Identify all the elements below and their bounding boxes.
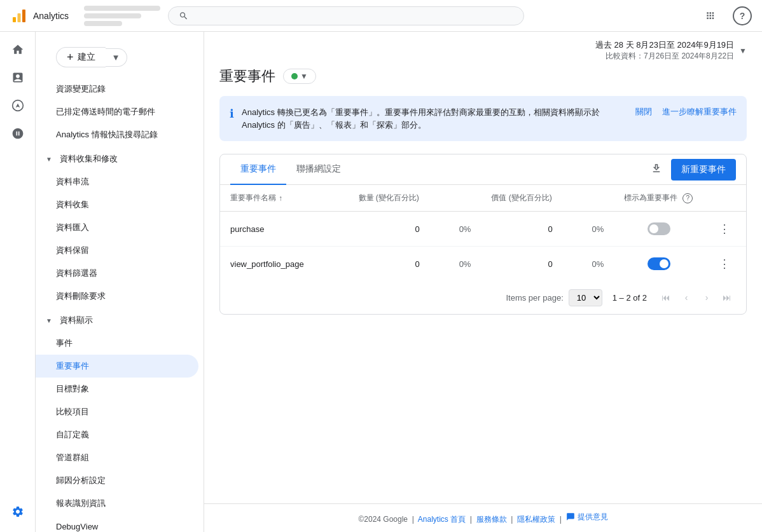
search-bar[interactable] xyxy=(168,6,524,25)
sidebar-item-label: 已排定傳送時間的電子郵件 xyxy=(56,106,155,118)
th-count-label: 數量 (變化百分比) xyxy=(359,193,419,202)
sidebar-item-comparisons[interactable]: 比較項目 xyxy=(36,400,204,423)
per-page-select[interactable]: 10 25 50 xyxy=(569,289,602,306)
nav-home-button[interactable] xyxy=(5,37,31,62)
next-page-button[interactable]: › xyxy=(698,289,716,306)
sidebar-item-label: 管道群組 xyxy=(56,452,89,463)
key-events-table: 重要事件名稱 ↑ 數量 (變化百分比) 價值 (變化百分比) xyxy=(220,185,746,281)
sidebar-item-key-events[interactable]: 重要事件 xyxy=(36,355,198,378)
grid-icon xyxy=(705,10,717,22)
help-button[interactable]: ? xyxy=(733,6,752,25)
sidebar-item-scheduled-email[interactable]: 已排定傳送時間的電子郵件 xyxy=(36,100,204,123)
sidebar-section-data-collection: ▼ 資料收集和修改 資料串流 資料收集 資料匯入 資料保留 資料篩選器 資料刪除… xyxy=(36,147,204,308)
th-is-key-help: 標示為重要事件 ? xyxy=(624,193,693,203)
date-range-selector[interactable]: 過去 28 天 8月23日至 2024年9月19日 比較資料：7月26日至 20… xyxy=(595,39,734,62)
sidebar-item-data-deletion[interactable]: 資料刪除要求 xyxy=(36,285,204,308)
info-learn-more-link[interactable]: 進一步瞭解重要事件 xyxy=(662,106,737,118)
sidebar-item-audiences[interactable]: 目標對象 xyxy=(36,378,204,400)
sidebar-item-attribution[interactable]: 歸因分析設定 xyxy=(36,469,204,492)
download-button[interactable] xyxy=(647,159,666,181)
cell-count-pct: 0% xyxy=(430,247,481,282)
sort-event-name[interactable]: 重要事件名稱 ↑ xyxy=(230,193,338,203)
footer-link-privacy[interactable]: 隱私權政策 xyxy=(517,514,555,523)
sidebar-item-data-collection[interactable]: 資料收集 xyxy=(36,193,204,216)
sidebar-item-data-streams[interactable]: 資料串流 xyxy=(36,170,204,193)
sidebar-item-label: 資料串流 xyxy=(56,176,89,188)
feedback-icon xyxy=(566,512,575,521)
th-event-name-label: 重要事件名稱 xyxy=(230,193,276,203)
sidebar-item-data-retention[interactable]: 資料保留 xyxy=(36,239,204,262)
row-more-button[interactable]: ⋮ xyxy=(714,219,735,238)
account-selector[interactable] xyxy=(84,6,160,26)
topbar: Analytics ? xyxy=(0,0,762,32)
footer-link-feedback[interactable]: 提供意見 xyxy=(578,512,608,522)
new-key-event-button[interactable]: 新重要事件 xyxy=(671,159,736,181)
footer-link-analytics-home[interactable]: Analytics 首頁 xyxy=(418,514,466,523)
nav-advertising-button[interactable] xyxy=(5,121,31,146)
table-body: purchase 0 0% 0 0% ⋮ view_portfolio_page… xyxy=(220,212,746,282)
layout: + 建立 ▼ 資源變更記錄 已排定傳送時間的電子郵件 Analytics 情報快… xyxy=(0,32,762,532)
cell-toggle xyxy=(614,247,703,282)
nav-settings-button[interactable] xyxy=(5,499,31,524)
date-chevron-icon[interactable]: ▼ xyxy=(739,46,747,55)
sidebar-item-custom-definitions[interactable]: 自訂定義 xyxy=(36,423,204,446)
cell-count: 0 xyxy=(349,247,430,282)
sidebar-section-misc: 資源變更記錄 已排定傳送時間的電子郵件 Analytics 情報快訊搜尋記錄 xyxy=(36,78,204,146)
sidebar-item-reporting-identity[interactable]: 報表識別資訊 xyxy=(36,492,204,515)
search-input[interactable] xyxy=(193,11,513,21)
status-dot-icon xyxy=(291,73,298,79)
first-page-button[interactable]: ⏮ xyxy=(657,289,675,306)
nav-icons xyxy=(0,32,36,532)
sidebar-item-debugview[interactable]: DebugView xyxy=(36,515,204,532)
explore-icon xyxy=(11,99,24,112)
sidebar-item-label: 報表識別資訊 xyxy=(56,498,106,509)
sidebar-item-data-filters[interactable]: 資料篩選器 xyxy=(36,262,204,285)
tab-label: 聯播網設定 xyxy=(296,163,341,174)
key-event-toggle[interactable] xyxy=(648,222,670,235)
sidebar-item-events[interactable]: 事件 xyxy=(36,332,204,355)
pagination: Items per page: 10 25 50 1 – 2 of 2 ⏮ ‹ … xyxy=(220,281,746,314)
sidebar-section-data-collection-header[interactable]: ▼ 資料收集和修改 xyxy=(36,147,204,170)
tab-key-events[interactable]: 重要事件 xyxy=(230,154,286,185)
grid-menu-button[interactable] xyxy=(700,4,723,27)
sidebar-item-data-import[interactable]: 資料匯入 xyxy=(36,216,204,239)
sidebar-item-change-history[interactable]: 資源變更記錄 xyxy=(36,78,204,100)
chevron-down-icon: ▼ xyxy=(46,156,52,163)
sidebar-item-label: 資料收集 xyxy=(56,199,89,210)
row-more-button[interactable]: ⋮ xyxy=(714,254,735,273)
help-circle-icon[interactable]: ? xyxy=(682,193,693,203)
nav-explore-button[interactable] xyxy=(5,93,31,118)
sidebar-item-analytics-search[interactable]: Analytics 情報快訊搜尋記錄 xyxy=(36,123,204,146)
sidebar-item-label: 資料篩選器 xyxy=(56,268,97,279)
sidebar: + 建立 ▼ 資源變更記錄 已排定傳送時間的電子郵件 Analytics 情報快… xyxy=(36,32,204,532)
sidebar-item-label: Analytics 情報快訊搜尋記錄 xyxy=(56,129,158,140)
create-label: 建立 xyxy=(78,51,95,63)
footer-link-terms[interactable]: 服務條款 xyxy=(476,514,507,523)
create-main-button[interactable]: + 建立 xyxy=(56,47,106,67)
sidebar-item-label: 資料刪除要求 xyxy=(56,290,106,302)
info-close-button[interactable]: 關閉 xyxy=(635,106,652,118)
table-row: view_portfolio_page 0 0% 0 0% ⋮ xyxy=(220,247,746,282)
info-banner-actions: 關閉 進一步瞭解重要事件 xyxy=(635,106,737,118)
compare-text: 比較資料：7月26日至 2024年8月22日 xyxy=(606,51,734,62)
tab-network-settings[interactable]: 聯播網設定 xyxy=(286,154,351,185)
create-dropdown-button[interactable]: ▼ xyxy=(106,48,127,67)
last-page-button[interactable]: ⏭ xyxy=(718,289,736,306)
svg-rect-0 xyxy=(13,17,16,22)
page-info: 1 – 2 of 2 xyxy=(613,293,647,303)
info-banner-text: Analytics 轉換已更名為「重要事件」。重要事件用來評估對商家最重要的互動… xyxy=(242,106,628,131)
items-per-page-label: Items per page: xyxy=(506,293,563,303)
sidebar-section-label: 資料顯示 xyxy=(60,315,93,326)
prev-page-button[interactable]: ‹ xyxy=(677,289,695,306)
nav-reports-button[interactable] xyxy=(5,65,31,90)
th-is-key: 標示為重要事件 ? xyxy=(614,185,703,212)
cell-more: ⋮ xyxy=(703,212,746,247)
key-event-toggle[interactable] xyxy=(648,257,670,270)
sidebar-item-label: 事件 xyxy=(56,338,73,349)
sidebar-item-channel-groups[interactable]: 管道群組 xyxy=(36,446,204,469)
sidebar-section-data-display-header[interactable]: ▼ 資料顯示 xyxy=(36,309,204,332)
sidebar-section-label: 資料收集和修改 xyxy=(60,153,118,165)
feedback-link[interactable]: 提供意見 xyxy=(566,512,608,522)
status-badge[interactable]: ▼ xyxy=(283,69,316,84)
svg-marker-4 xyxy=(15,104,20,108)
